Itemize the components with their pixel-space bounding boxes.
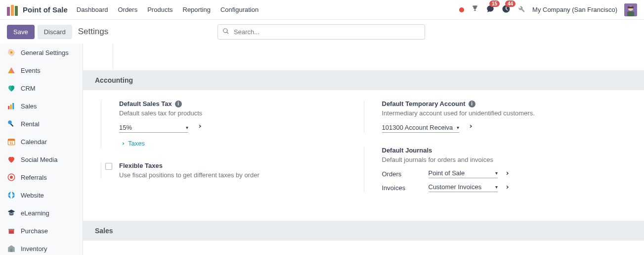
link-label: Taxes xyxy=(128,140,145,147)
settings-sidebar[interactable]: General Settings Events CRM Sales Rental… xyxy=(0,44,83,255)
sidebar-item-label: Calendar xyxy=(21,138,47,146)
search-container xyxy=(217,24,425,40)
search-input[interactable] xyxy=(217,24,425,40)
setting-default-journals: Default Journals Default journals for or… xyxy=(364,147,633,192)
events-icon xyxy=(7,66,16,75)
elearning-icon xyxy=(7,208,16,217)
sidebar-item-label: Events xyxy=(21,67,41,74)
setting-title-text: Default Sales Tax xyxy=(119,100,172,107)
sidebar-item-label: Purchase xyxy=(21,227,48,235)
section-header-sales: Sales xyxy=(83,221,644,241)
svg-rect-19 xyxy=(10,249,13,252)
sidebar-item-label: Social Media xyxy=(21,156,57,163)
setting-default-sales-tax: Default Sales Tax i Default sales tax fo… xyxy=(101,100,364,148)
svg-rect-16 xyxy=(8,229,14,230)
menu-dashboard[interactable]: Dashboard xyxy=(77,6,108,13)
social-icon xyxy=(7,155,16,164)
sidebar-item-crm[interactable]: CRM xyxy=(0,79,83,97)
svg-point-14 xyxy=(10,176,13,179)
tools-icon[interactable] xyxy=(517,5,525,14)
app-name[interactable]: Point of Sale xyxy=(23,5,68,14)
sidebar-item-purchase[interactable]: Purchase xyxy=(0,222,83,240)
sidebar-item-label: Rental xyxy=(21,120,40,128)
svg-point-8 xyxy=(8,120,12,124)
svg-rect-6 xyxy=(10,104,12,109)
svg-rect-2 xyxy=(627,11,634,16)
setting-title-text: Default Journals xyxy=(382,147,432,154)
caret-down-icon: ▾ xyxy=(495,170,498,176)
menu-reporting[interactable]: Reporting xyxy=(183,6,211,13)
orders-journal-select[interactable]: Point of Sale ▾ xyxy=(429,169,498,178)
activities-icon[interactable]: 44 xyxy=(502,4,511,15)
referrals-icon xyxy=(7,173,16,182)
sidebar-item-website[interactable]: Website xyxy=(0,186,83,204)
taxes-link[interactable]: Taxes xyxy=(119,140,145,147)
sidebar-item-inventory[interactable]: Inventory xyxy=(0,240,83,255)
sidebar-item-label: eLearning xyxy=(21,209,49,217)
sidebar-item-calendar[interactable]: 31 Calendar xyxy=(0,133,83,151)
caret-down-icon: ▾ xyxy=(186,125,188,130)
sidebar-item-events[interactable]: Events xyxy=(0,61,83,79)
setting-desc: Default journals for orders and invoices xyxy=(382,156,623,163)
menu-configuration[interactable]: Configuration xyxy=(220,6,258,13)
svg-rect-3 xyxy=(628,6,634,8)
svg-rect-5 xyxy=(8,106,9,109)
setting-desc: Intermediary account used for unidentifi… xyxy=(382,109,623,117)
svg-rect-9 xyxy=(10,123,14,127)
sidebar-item-referrals[interactable]: Referrals xyxy=(0,168,83,186)
sidebar-item-sales[interactable]: Sales xyxy=(0,97,83,115)
top-nav: Point of Sale Dashboard Orders Products … xyxy=(0,0,644,20)
caret-down-icon: ▾ xyxy=(495,184,498,190)
invoices-label: Invoices xyxy=(382,184,429,192)
sidebar-item-label: Website xyxy=(21,192,44,199)
status-dot-icon[interactable] xyxy=(459,7,464,12)
user-avatar[interactable] xyxy=(624,3,637,16)
sidebar-item-label: General Settings xyxy=(21,49,69,56)
info-icon[interactable]: i xyxy=(469,101,475,107)
svg-text:31: 31 xyxy=(9,141,13,145)
inventory-icon xyxy=(7,244,16,253)
action-bar: Save Discard Settings xyxy=(0,20,644,44)
messages-icon[interactable]: 15 xyxy=(486,4,495,15)
invoices-journal-select[interactable]: Customer Invoices ▾ xyxy=(429,183,498,192)
caret-down-icon: ▾ xyxy=(457,125,459,130)
setting-desc: Use fiscal positions to get different ta… xyxy=(119,171,354,179)
external-link-icon[interactable] xyxy=(466,124,473,131)
setting-flexible-taxes: Flexible Taxes Use fiscal positions to g… xyxy=(101,162,364,179)
svg-rect-18 xyxy=(9,230,14,231)
app-logo-icon[interactable] xyxy=(7,4,19,16)
svg-rect-7 xyxy=(12,103,14,109)
sidebar-item-rental[interactable]: Rental xyxy=(0,115,83,133)
calendar-icon: 31 xyxy=(7,137,16,146)
menu-orders[interactable]: Orders xyxy=(118,6,137,13)
sidebar-item-elearning[interactable]: eLearning xyxy=(0,204,83,222)
setting-desc: Default sales tax for products xyxy=(119,109,354,117)
flexible-taxes-checkbox[interactable] xyxy=(105,163,112,170)
menu-products[interactable]: Products xyxy=(147,6,172,13)
section-header-accounting: Accounting xyxy=(83,70,644,90)
external-link-icon[interactable] xyxy=(195,124,202,131)
website-icon xyxy=(7,191,16,200)
purchase-icon xyxy=(7,226,16,235)
info-icon[interactable]: i xyxy=(175,101,182,107)
top-nav-right: 15 44 My Company (San Francisco) xyxy=(459,3,637,16)
top-menu: Dashboard Orders Products Reporting Conf… xyxy=(77,6,258,13)
external-link-icon[interactable] xyxy=(503,184,510,192)
default-sales-tax-select[interactable]: 15% ▾ xyxy=(119,124,188,133)
save-button[interactable]: Save xyxy=(7,25,35,39)
select-value: Customer Invoices xyxy=(429,183,482,191)
company-selector[interactable]: My Company (San Francisco) xyxy=(532,6,617,13)
gear-icon xyxy=(7,48,16,57)
sidebar-item-general-settings[interactable]: General Settings xyxy=(0,44,83,61)
page-title: Settings xyxy=(78,27,108,37)
discard-button[interactable]: Discard xyxy=(38,25,72,39)
settings-content[interactable]: Accounting Default Sales Tax i Default s… xyxy=(83,44,644,255)
crm-icon xyxy=(7,84,16,93)
phone-icon[interactable] xyxy=(471,5,479,14)
rental-icon xyxy=(7,119,16,128)
external-link-icon[interactable] xyxy=(503,170,510,178)
default-temp-account-select[interactable]: 101300 Account Receiva ▾ xyxy=(382,124,460,133)
sidebar-item-social-media[interactable]: Social Media xyxy=(0,151,83,168)
setting-title-text: Flexible Taxes xyxy=(119,162,163,169)
select-value: 15% xyxy=(119,124,132,131)
